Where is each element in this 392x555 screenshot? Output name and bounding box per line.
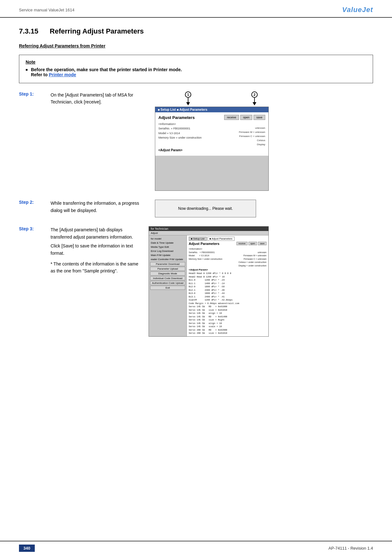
step-3-line-1: The [Adjust parameters] tab displays tra… bbox=[51, 226, 139, 240]
callout-2: 2 bbox=[251, 91, 258, 98]
step-3-label: Step 3: bbox=[19, 226, 41, 231]
step3-topbar: for Technician bbox=[149, 227, 268, 231]
panel-info: <Information> SerialNo. = FBG0000001 Mod… bbox=[158, 122, 265, 147]
sidebar-diagnostic[interactable]: Diagnostic Mode bbox=[150, 271, 185, 276]
footer-revision: AP-74111 - Revision 1.4 bbox=[328, 546, 373, 551]
step3-open-btn[interactable]: open bbox=[248, 242, 257, 245]
panel-inner: Adjust Parameters receive open save <Inf… bbox=[155, 112, 268, 156]
progress-dialog: Now downloading... Please wait. bbox=[155, 200, 256, 217]
step-3: Step 3: The [Adjust parameters] tab disp… bbox=[19, 226, 373, 337]
sidebar-headerfw[interactable]: eader Controller F/W Update bbox=[149, 257, 187, 261]
sidebar-media[interactable]: Media Type Edit bbox=[149, 245, 187, 249]
panel-buttons: receive open save bbox=[224, 115, 265, 120]
panel-body bbox=[155, 156, 268, 190]
step3-receive-btn[interactable]: receive bbox=[236, 242, 248, 245]
panel-title: Adjust Parameters bbox=[158, 115, 195, 120]
section-number: 7.3.15 bbox=[19, 27, 38, 35]
step3-panel-btns: receive open save bbox=[236, 242, 266, 245]
step-2: Step 2: While transferring the informati… bbox=[19, 200, 373, 217]
info-right: unknown Firmware M = unknown Firmware C … bbox=[239, 126, 265, 147]
note-box: Note ■ Before the operation, make sure t… bbox=[19, 55, 373, 83]
step-2-text: While transferring the information, a pr… bbox=[51, 200, 145, 216]
sidebar-exit[interactable]: Exit bbox=[150, 286, 185, 290]
sidebar-mainfw[interactable]: Main F/W Update bbox=[149, 253, 187, 257]
logo-text: ValueJet bbox=[342, 6, 373, 14]
step3-tab-adjust[interactable]: ■ Adjust Parameters bbox=[207, 237, 235, 241]
save-button[interactable]: save bbox=[254, 115, 265, 120]
logo: ValueJet bbox=[342, 6, 373, 14]
note-content: Before the operation, make sure that the… bbox=[31, 67, 182, 77]
page: Service manual ValueJet 1614 ValueJet 7.… bbox=[0, 0, 392, 555]
param-heading: <Adjust Param> bbox=[158, 148, 265, 152]
step3-param-values: Head3 Head A 1200 dPi= * 0 0 0 0 Head2 H… bbox=[189, 272, 266, 335]
step3-info: <Information> SerialNo. = FBG0000001 Mod… bbox=[189, 247, 266, 267]
open-button[interactable]: open bbox=[240, 115, 252, 120]
step3-save-btn[interactable]: save bbox=[258, 242, 266, 245]
header-title: Service manual ValueJet 1614 bbox=[19, 8, 74, 12]
section-subtitle: Referring Adjust Parameters from Printer bbox=[19, 43, 373, 48]
step-3-text: The [Adjust parameters] tab displays tra… bbox=[51, 226, 139, 276]
info-left: SerialNo. = FBG0000001 Model = VJ-1614 M… bbox=[158, 126, 202, 147]
note-item-1: ■ Before the operation, make sure that t… bbox=[26, 67, 366, 77]
panel-topbar: ■ Setup List ■ Adjust Parameters bbox=[155, 107, 268, 112]
step-1-image: 1 2 ■ Setup List ■ Adjust Parameters bbox=[155, 91, 269, 191]
step-1: Step 1: On the [Adjust Parameters] tab o… bbox=[19, 91, 373, 191]
step-1-label: Step 1: bbox=[19, 91, 41, 97]
sidebar-model[interactable]: for model bbox=[149, 237, 187, 241]
step3-left-nav: for model Date & Time Update Media Type … bbox=[149, 235, 187, 336]
step3-param-heading: <Adjust Param> bbox=[189, 268, 266, 271]
sidebar-paramdl[interactable]: Parameter Download bbox=[150, 262, 185, 266]
adjust-parameters-panel: ■ Setup List ■ Adjust Parameters Adjust … bbox=[155, 107, 269, 191]
step-3-line-3: * The contents of the information is the… bbox=[51, 260, 139, 275]
step-2-label: Step 2: bbox=[19, 200, 41, 205]
section-title: Referring Adjust Parameters bbox=[50, 27, 144, 35]
step-3-panel: for Technician Adjust for model Date & T… bbox=[149, 226, 269, 337]
step-2-image: Now downloading... Please wait. bbox=[155, 200, 256, 217]
note-bold-text: Before the operation, make sure that the… bbox=[31, 67, 182, 72]
step3-sidebar: for model Date & Time Update Media Type … bbox=[149, 235, 268, 336]
header: Service manual ValueJet 1614 ValueJet bbox=[0, 0, 392, 18]
step-1-text: On the [Adjust Parameters] tab of MSA fo… bbox=[51, 91, 145, 108]
footer: 340 AP-74111 - Revision 1.4 bbox=[0, 541, 392, 555]
sidebar-paramup[interactable]: Parameter Upload bbox=[150, 267, 185, 271]
sidebar-errorlog[interactable]: Error Log Download bbox=[149, 249, 187, 253]
note-bullet: ■ bbox=[26, 68, 28, 72]
step3-right-panel: ■ Setup List ■ Adjust Parameters Adjust … bbox=[187, 235, 268, 336]
note-title: Note bbox=[26, 59, 366, 65]
footer-page: 340 bbox=[19, 545, 35, 552]
printer-mode-link[interactable]: Printer mode bbox=[49, 72, 76, 77]
main-content: 7.3.15 Referring Adjust Parameters Refer… bbox=[0, 18, 392, 358]
section-heading: 7.3.15 Referring Adjust Parameters bbox=[19, 27, 373, 37]
step3-menu: Adjust bbox=[149, 231, 268, 235]
panel-header-row: Adjust Parameters receive open save bbox=[158, 115, 265, 120]
callout-1: 1 bbox=[185, 91, 191, 98]
note-refer-prefix: Refer to bbox=[31, 72, 49, 77]
progress-text: Now downloading... Please wait. bbox=[178, 206, 233, 211]
sidebar-indivcode[interactable]: Individual Code Download bbox=[150, 276, 185, 280]
sidebar-authcode[interactable]: Authentication Code Upload bbox=[150, 281, 185, 285]
receive-button[interactable]: receive bbox=[224, 115, 239, 120]
step-3-line-2: Click [Save] to save the information in … bbox=[51, 242, 139, 257]
sidebar-datetime[interactable]: Date & Time Update bbox=[149, 241, 187, 245]
step3-tab-setup[interactable]: ■ Setup List bbox=[189, 237, 207, 241]
step3-tabs: ■ Setup List ■ Adjust Parameters bbox=[189, 237, 266, 241]
step3-panel-title: Adjust Parameters bbox=[189, 242, 219, 246]
info-label: <Information> bbox=[158, 122, 265, 126]
